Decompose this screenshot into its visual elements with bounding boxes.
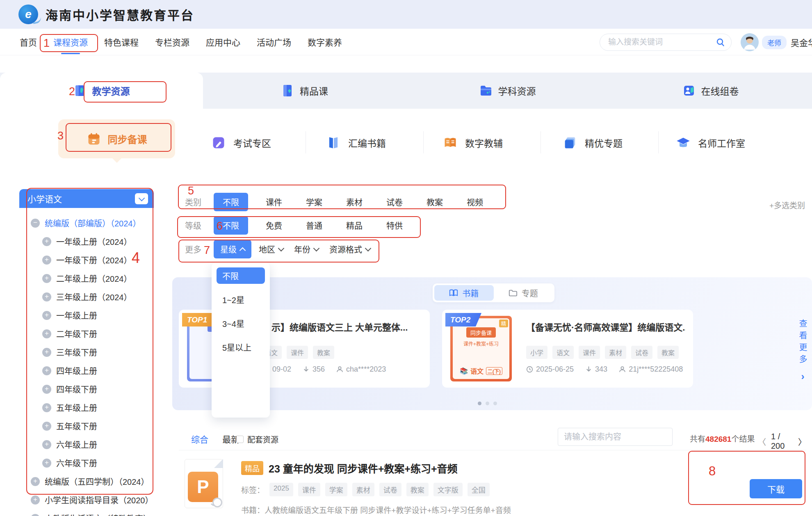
- tag: 教案: [657, 346, 679, 359]
- tree-item[interactable]: 六年级下册: [19, 454, 154, 472]
- filter-option[interactable]: 学案: [301, 196, 341, 208]
- user-avatar[interactable]: [741, 33, 759, 51]
- nav-item[interactable]: 活动广场: [257, 36, 291, 48]
- filter-option[interactable]: 普通: [301, 219, 341, 231]
- filter-option[interactable]: 特供: [381, 219, 422, 231]
- nav-item[interactable]: 首页: [20, 36, 37, 48]
- expand-toggle-icon[interactable]: [42, 440, 51, 449]
- expand-toggle-icon[interactable]: [31, 495, 40, 505]
- expand-toggle-icon[interactable]: [42, 348, 51, 357]
- filter-option[interactable]: 教案: [422, 196, 462, 208]
- tree-item[interactable]: 五年级下册: [19, 417, 154, 435]
- tree-item[interactable]: 统编版（五四学制）（2024）: [19, 472, 154, 491]
- results-search-box[interactable]: [558, 428, 673, 446]
- tree-item[interactable]: 四年级上册: [19, 361, 154, 380]
- filter-option[interactable]: 不限: [214, 216, 248, 235]
- chevron-down-icon[interactable]: [135, 193, 148, 204]
- tree-item[interactable]: 一年级上册: [19, 306, 154, 324]
- tree-item[interactable]: 六年级上册: [19, 435, 154, 454]
- filter-option[interactable]: 视频: [462, 196, 502, 208]
- subtab-exam-zone[interactable]: 考试专区: [211, 129, 271, 156]
- expand-toggle-icon[interactable]: [42, 274, 51, 283]
- download-button[interactable]: 下载: [750, 479, 802, 498]
- carousel-dot[interactable]: [478, 402, 481, 405]
- tree-item[interactable]: 二年级上册（2024）: [19, 269, 154, 288]
- tree-item[interactable]: 小学生阅读指导目录（2020）: [19, 491, 154, 509]
- carousel-dot[interactable]: [486, 402, 489, 405]
- tree-item[interactable]: 一年级下册（2024）: [19, 251, 154, 269]
- result-item-row[interactable]: P 精品 23 童年的发现 同步课件+教案+练习+音频 标签： 2025课件学案…: [179, 453, 806, 516]
- nav-item[interactable]: 课程资源: [53, 36, 88, 48]
- expand-toggle-icon[interactable]: [42, 385, 51, 394]
- global-search-box[interactable]: [600, 34, 732, 51]
- prev-page-icon[interactable]: 〈: [758, 436, 766, 448]
- expand-toggle-icon[interactable]: [42, 329, 51, 338]
- top-resource-card-2[interactable]: TOP2 精 同步备课 课件+教案+练习 📚 语文 二(下) 【备课无忧·名师高…: [442, 310, 693, 388]
- tree-item[interactable]: 三年级上册（2024）: [19, 288, 154, 306]
- expand-toggle-icon[interactable]: [42, 422, 51, 431]
- tree-item[interactable]: 五年级上册: [19, 398, 154, 417]
- filter-dropdown-trigger[interactable]: 地区: [259, 243, 283, 255]
- results-toolbar: 综合最新 配套资源 共有482681个结果 〈 1 / 200 〉: [179, 428, 806, 450]
- bundled-resource-filter[interactable]: 配套资源: [236, 434, 278, 445]
- checkbox-icon[interactable]: [236, 436, 244, 443]
- multi-select-category-link[interactable]: +多选类别: [769, 199, 805, 210]
- expand-toggle-icon[interactable]: [42, 311, 51, 320]
- nav-item[interactable]: 专栏资源: [155, 36, 189, 48]
- subtab-digital-aids[interactable]: 数字教辅: [443, 129, 503, 156]
- filter-option[interactable]: 试卷: [381, 196, 422, 208]
- toggle-books[interactable]: 书籍: [434, 285, 494, 301]
- tab-premium-courses[interactable]: 精品课: [203, 73, 406, 109]
- nav-item[interactable]: 特色课程: [104, 36, 139, 48]
- expand-toggle-icon[interactable]: [31, 514, 40, 516]
- dropdown-option[interactable]: 1~2星: [217, 291, 265, 308]
- tree-item[interactable]: 二年级下册: [19, 324, 154, 343]
- view-more-link[interactable]: 查看更多 ›: [797, 319, 809, 382]
- filter-option[interactable]: 不限: [214, 193, 248, 211]
- expand-toggle-icon[interactable]: [42, 292, 51, 301]
- subtab-compiled-books[interactable]: 汇编书籍: [326, 129, 386, 156]
- subtab-master-teacher-studio[interactable]: 名师工作室: [676, 129, 745, 156]
- resource-title[interactable]: 示】统编版语文三上 大单元整体...: [260, 320, 422, 333]
- expand-toggle-icon[interactable]: [42, 459, 51, 468]
- expand-toggle-icon[interactable]: [42, 403, 51, 412]
- sort-option[interactable]: 综合: [191, 433, 208, 445]
- nav-item[interactable]: 应用中心: [206, 36, 240, 48]
- nav-item[interactable]: 数字素养: [308, 36, 342, 48]
- expand-toggle-icon[interactable]: [31, 477, 40, 486]
- filter-option[interactable]: 课件: [261, 196, 301, 208]
- tab-online-test-builder[interactable]: 在线组卷: [609, 73, 812, 109]
- expand-toggle-icon[interactable]: [42, 256, 51, 265]
- tree-item[interactable]: 人教版生活语文（特殊教育）: [19, 509, 154, 516]
- expand-toggle-icon[interactable]: [42, 366, 51, 375]
- sidebar-header[interactable]: 小学语文: [19, 189, 154, 208]
- results-search-input[interactable]: [563, 432, 667, 442]
- tree-item[interactable]: 统编版（部编版）（2024）: [19, 214, 154, 232]
- filter-option[interactable]: 素材: [341, 196, 381, 208]
- dropdown-option[interactable]: 不限: [217, 267, 265, 284]
- carousel-dot[interactable]: [493, 402, 497, 405]
- tab-subject-resources[interactable]: 学科资源: [406, 73, 609, 109]
- tab-teaching-resources[interactable]: 教学资源: [0, 73, 203, 109]
- subtab-featured-topics[interactable]: 精优专题: [563, 129, 623, 156]
- tree-item[interactable]: 一年级上册（2024）: [19, 232, 154, 251]
- global-search-input[interactable]: [607, 37, 716, 47]
- filter-option[interactable]: 精品: [341, 219, 381, 231]
- filter-dropdown-trigger[interactable]: 年份: [294, 243, 319, 255]
- subtab-sync-lesson-prep[interactable]: 同步备课: [58, 119, 175, 158]
- filter-dropdown-trigger[interactable]: 资源格式: [329, 243, 370, 255]
- next-page-icon[interactable]: 〉: [798, 436, 806, 448]
- dropdown-option[interactable]: 3~4星: [217, 315, 265, 331]
- filter-dropdown-trigger[interactable]: 星级: [214, 240, 251, 258]
- toggle-topics[interactable]: 专题: [494, 285, 553, 301]
- resource-title[interactable]: 【备课无忧·名师高效课堂】统编版语文...: [526, 320, 686, 333]
- expand-toggle-icon[interactable]: [42, 237, 51, 246]
- tree-item[interactable]: 四年级下册: [19, 380, 154, 398]
- dropdown-option[interactable]: 5星以上: [217, 339, 265, 355]
- filter-option[interactable]: 免费: [261, 219, 301, 231]
- tree-item[interactable]: 三年级下册: [19, 343, 154, 361]
- user-name[interactable]: 吴金华: [791, 36, 812, 48]
- result-title[interactable]: 23 童年的发现 同步课件+教案+练习+音频: [269, 461, 458, 475]
- search-icon[interactable]: [716, 37, 725, 47]
- expand-toggle-icon[interactable]: [31, 219, 40, 228]
